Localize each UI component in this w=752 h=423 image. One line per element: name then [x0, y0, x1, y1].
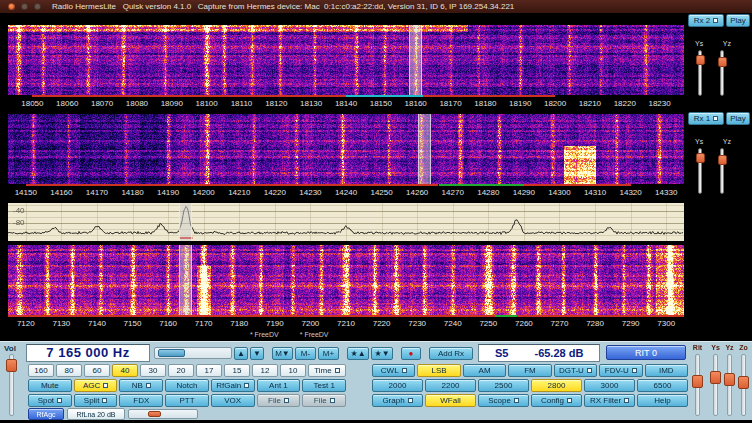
- waterfall-17m-scale[interactable]: 1805018060180701808018090181001811018120…: [8, 95, 684, 110]
- button-wfall[interactable]: WFall: [425, 394, 476, 407]
- button-time[interactable]: Time: [308, 364, 346, 377]
- button-file-2[interactable]: File: [302, 394, 346, 407]
- record-button[interactable]: ●: [401, 347, 421, 360]
- rfagc-button[interactable]: RfAgc: [28, 408, 64, 420]
- button-dgt-u[interactable]: DGT-U: [554, 364, 597, 377]
- memory-add-button[interactable]: M+: [318, 347, 339, 360]
- button-notch[interactable]: Notch: [165, 379, 209, 392]
- button-rfgain[interactable]: RfGain: [211, 379, 255, 392]
- button-help[interactable]: Help: [637, 394, 688, 407]
- rx1-ys-slider[interactable]: [696, 148, 705, 194]
- tuning-slider[interactable]: [154, 347, 232, 359]
- button-ptt[interactable]: PTT: [165, 394, 209, 407]
- rflna-gain-slider[interactable]: [128, 409, 198, 419]
- freq-step-up-button[interactable]: ▲: [234, 347, 248, 360]
- button-split[interactable]: Split: [74, 394, 118, 407]
- rit-button[interactable]: RIT 0: [606, 345, 686, 360]
- button-test-1[interactable]: Test 1: [302, 379, 346, 392]
- button-lsb[interactable]: LSB: [417, 364, 460, 377]
- button-20[interactable]: 20: [168, 364, 194, 377]
- button-160[interactable]: 160: [28, 364, 54, 377]
- rx2-ys-slider[interactable]: [696, 50, 705, 96]
- zo-slider-handle[interactable]: [738, 376, 749, 389]
- zo-slider[interactable]: [738, 354, 749, 416]
- button-fdv-u[interactable]: FDV-U: [599, 364, 642, 377]
- yz-slider[interactable]: [724, 354, 735, 416]
- button-imd[interactable]: IMD: [645, 364, 688, 377]
- button-ant-1[interactable]: Ant 1: [257, 379, 301, 392]
- button-fdx[interactable]: FDX: [119, 394, 163, 407]
- rx2-button[interactable]: Rx 2: [688, 14, 724, 27]
- rit-slider[interactable]: [692, 354, 703, 416]
- button-2200[interactable]: 2200: [425, 379, 476, 392]
- window-close-button[interactable]: [8, 3, 15, 10]
- button-3000[interactable]: 3000: [584, 379, 635, 392]
- volume-slider[interactable]: [6, 354, 17, 416]
- button-10[interactable]: 10: [280, 364, 306, 377]
- rx1-yz-slider-handle[interactable]: [718, 155, 727, 165]
- button-mute[interactable]: Mute: [28, 379, 72, 392]
- favorites-down-button[interactable]: ★▼: [371, 347, 393, 360]
- button-80[interactable]: 80: [56, 364, 82, 377]
- button-graph[interactable]: Graph: [372, 394, 423, 407]
- button-spot[interactable]: Spot: [28, 394, 72, 407]
- spectrum-graph[interactable]: [8, 203, 684, 241]
- ys-slider[interactable]: [710, 354, 721, 416]
- rx1-button[interactable]: Rx 1: [688, 112, 724, 125]
- button-config-label: Config: [541, 396, 564, 405]
- button-60[interactable]: 60: [84, 364, 110, 377]
- rit-slider-handle[interactable]: [692, 375, 703, 388]
- button-15[interactable]: 15: [224, 364, 250, 377]
- waterfall-17m-tuning-cursor[interactable]: [409, 25, 422, 95]
- waterfall-20m-tuning-cursor[interactable]: [418, 114, 431, 184]
- button-cwl[interactable]: CWL: [372, 364, 415, 377]
- button-nb[interactable]: NB: [119, 379, 163, 392]
- memory-popup-button[interactable]: M▼: [272, 347, 293, 360]
- button-agc[interactable]: AGC: [74, 379, 118, 392]
- button-12[interactable]: 12: [252, 364, 278, 377]
- button-30[interactable]: 30: [140, 364, 166, 377]
- button-vox[interactable]: VOX: [211, 394, 255, 407]
- button-am[interactable]: AM: [463, 364, 506, 377]
- button-2000[interactable]: 2000: [372, 379, 423, 392]
- rx1-play-button[interactable]: Play: [726, 112, 750, 125]
- tuning-slider-handle[interactable]: [158, 349, 185, 357]
- waterfall-20m[interactable]: [8, 114, 684, 184]
- rflna-gain-slider-handle[interactable]: [148, 411, 161, 417]
- waterfall-20m-scale[interactable]: 1415014160141701418014190142001421014220…: [8, 184, 684, 199]
- button-2500[interactable]: 2500: [478, 379, 529, 392]
- rx2-yz-slider[interactable]: [718, 50, 727, 96]
- window-minimize-button[interactable]: [21, 3, 28, 10]
- waterfall-40m[interactable]: [8, 245, 684, 315]
- button-6500[interactable]: 6500: [637, 379, 688, 392]
- button-file[interactable]: File: [257, 394, 301, 407]
- button-40[interactable]: 40: [112, 364, 138, 377]
- waterfall-17m[interactable]: [8, 25, 684, 95]
- volume-slider-handle[interactable]: [6, 359, 17, 372]
- ys-slider-handle[interactable]: [710, 371, 721, 384]
- freq-step-down-button[interactable]: ▼: [250, 347, 264, 360]
- rx1-ys-slider-handle[interactable]: [696, 153, 705, 163]
- button-2800[interactable]: 2800: [531, 379, 582, 392]
- waterfall-40m-tuning-cursor[interactable]: [179, 245, 192, 315]
- yz-slider-handle[interactable]: [724, 373, 735, 386]
- button-fm[interactable]: FM: [508, 364, 551, 377]
- rx2-play-button[interactable]: Play: [726, 14, 750, 27]
- favorites-up-button[interactable]: ★▲: [347, 347, 369, 360]
- waterfall-40m-scale[interactable]: 7120713071407150716071707180719072007210…: [8, 315, 684, 330]
- button-config[interactable]: Config: [531, 394, 582, 407]
- button-17[interactable]: 17: [196, 364, 222, 377]
- button-scope[interactable]: Scope: [478, 394, 529, 407]
- frequency-display[interactable]: 7 165 000 Hz: [26, 344, 150, 362]
- add-rx-button[interactable]: Add Rx: [429, 347, 473, 360]
- button-rx-filter[interactable]: RX Filter: [584, 394, 635, 407]
- rx2-panel: Rx 2 Play Ys Yz: [688, 14, 750, 106]
- frequency-tick-label: 7130: [52, 319, 70, 328]
- rx2-yz-slider-handle[interactable]: [718, 57, 727, 67]
- window-maximize-button[interactable]: [34, 3, 41, 10]
- button-split-label: Split: [84, 396, 100, 405]
- graph-tuning-cursor[interactable]: [179, 203, 192, 241]
- memory-delete-button[interactable]: M-: [295, 347, 316, 360]
- rx2-ys-slider-handle[interactable]: [696, 55, 705, 65]
- rx1-yz-slider[interactable]: [718, 148, 727, 194]
